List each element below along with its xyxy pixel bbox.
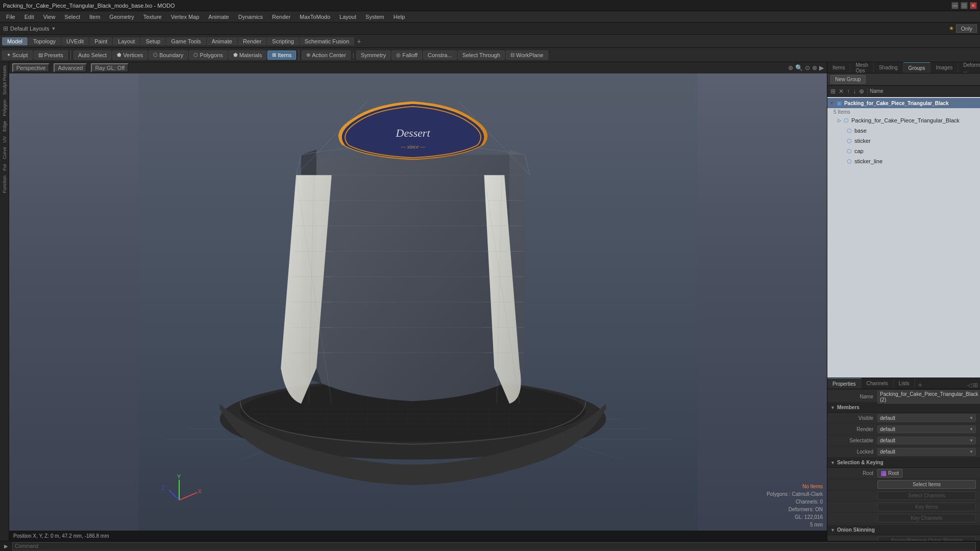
tab-uvedit[interactable]: UVEdit bbox=[61, 37, 89, 45]
tab-channels[interactable]: Channels bbox=[862, 378, 894, 389]
sidebar-edge[interactable]: Edge bbox=[1, 119, 8, 134]
menu-select[interactable]: Select bbox=[60, 13, 84, 21]
tab-model[interactable]: Model bbox=[2, 37, 28, 45]
only-button[interactable]: Only bbox=[956, 24, 977, 33]
menu-edit[interactable]: Edit bbox=[20, 13, 38, 21]
tab-paint[interactable]: Paint bbox=[89, 37, 112, 45]
sculpt-button[interactable]: ✦ Sculpt bbox=[2, 51, 33, 60]
key-items-button[interactable]: Key Items bbox=[877, 503, 976, 511]
close-button[interactable]: ✕ bbox=[970, 2, 977, 9]
new-group-button[interactable]: New Group bbox=[830, 75, 866, 84]
tree-root-group[interactable]: ▼ ▣ Packing_for_Cake_Piece_Triangular_Bl… bbox=[827, 98, 980, 108]
visible-dropdown[interactable]: default ▼ bbox=[877, 414, 976, 422]
menu-maxtomodo[interactable]: MaxToModo bbox=[296, 13, 334, 21]
perspective-button[interactable]: Perspective bbox=[12, 63, 50, 72]
symmetry-button[interactable]: Symmetry bbox=[356, 51, 391, 60]
name-value[interactable]: Packing_for_Cake_Piece_Triangular_Black … bbox=[877, 390, 980, 404]
menu-texture[interactable]: Texture bbox=[139, 13, 166, 21]
bp-icon-grid[interactable]: ⊞ bbox=[973, 382, 978, 389]
tab-items[interactable]: Items bbox=[827, 62, 850, 73]
sidebar-sculpt-presets[interactable]: Sculpt Presets bbox=[1, 63, 8, 97]
group-icon-add[interactable]: ⊞ bbox=[829, 87, 837, 96]
select-through-button[interactable]: Select Through bbox=[458, 51, 505, 60]
presets-button[interactable]: ▤ Presets bbox=[34, 51, 68, 60]
auto-select-button[interactable]: Auto Select bbox=[74, 51, 111, 60]
tab-setup[interactable]: Setup bbox=[140, 37, 165, 45]
menu-animate[interactable]: Animate bbox=[204, 13, 233, 21]
tab-game-tools[interactable]: Game Tools bbox=[166, 37, 206, 45]
workplane-button[interactable]: ⊟ WorkPlane bbox=[506, 51, 548, 60]
render-dropdown[interactable]: default ▼ bbox=[877, 425, 976, 433]
sidebar-function[interactable]: Function bbox=[1, 173, 8, 195]
tab-shading[interactable]: Shading bbox=[874, 62, 903, 73]
menu-geometry[interactable]: Geometry bbox=[105, 13, 138, 21]
tab-schematic-fusion[interactable]: Schematic Fusion bbox=[300, 37, 354, 45]
viewport-icon-4[interactable]: ⊗ bbox=[812, 64, 817, 71]
menu-dynamics[interactable]: Dynamics bbox=[234, 13, 267, 21]
falloff-button[interactable]: ◎ Falloff bbox=[391, 51, 422, 60]
tab-scripting[interactable]: Scripting bbox=[267, 37, 299, 45]
tab-images[interactable]: Images bbox=[930, 62, 958, 73]
tree-item-packing[interactable]: ▷ ⬡ Packing_for_Cake_Piece_Triangular_Bl… bbox=[827, 115, 980, 126]
tab-animate[interactable]: Animate bbox=[207, 37, 237, 45]
bottom-arrow-icon[interactable]: ▶ bbox=[4, 543, 8, 549]
tab-groups[interactable]: Groups bbox=[903, 62, 931, 73]
viewport-area[interactable]: Perspective Advanced Ray GL: Off ⊕ 🔍 ⊙ ⊗… bbox=[9, 62, 827, 541]
menu-render[interactable]: Render bbox=[268, 13, 295, 21]
select-channels-button[interactable]: Select Channels bbox=[877, 491, 976, 500]
assign-remove-onion-button[interactable]: Assign/Remove Onion Skinning bbox=[877, 536, 976, 541]
add-tab-button[interactable]: + bbox=[355, 37, 363, 45]
minimize-button[interactable]: — bbox=[951, 2, 959, 9]
viewport-icon-1[interactable]: ⊕ bbox=[788, 64, 793, 71]
bp-icon-back[interactable]: ◁ bbox=[967, 382, 972, 389]
tab-properties[interactable]: Properties bbox=[827, 378, 862, 389]
sidebar-curve[interactable]: Curve bbox=[1, 145, 8, 161]
tab-lists[interactable]: Lists bbox=[894, 378, 915, 389]
tree-item-sticker-line[interactable]: ⬡ sticker_line bbox=[827, 156, 980, 166]
menu-help[interactable]: Help bbox=[389, 13, 409, 21]
tab-mesh-ops[interactable]: Mesh Ops bbox=[850, 62, 873, 73]
vertices-button[interactable]: ⬟ Vertices bbox=[112, 51, 148, 60]
groups-tree[interactable]: ▼ ▣ Packing_for_Cake_Piece_Triangular_Bl… bbox=[827, 97, 980, 378]
advanced-button[interactable]: Advanced bbox=[54, 63, 87, 72]
tab-render[interactable]: Render bbox=[238, 37, 266, 45]
group-icon-down[interactable]: ↓ bbox=[852, 87, 857, 96]
menu-view[interactable]: View bbox=[39, 13, 60, 21]
sidebar-polygon[interactable]: Polygon bbox=[1, 97, 8, 118]
onion-skinning-header[interactable]: ▼ Onion Skinning bbox=[827, 525, 980, 535]
group-icon-up[interactable]: ↑ bbox=[846, 87, 851, 96]
tree-item-sticker[interactable]: ⬡ sticker bbox=[827, 136, 980, 146]
action-center-button[interactable]: ⊕ Action Center bbox=[302, 51, 351, 60]
layout-dropdown[interactable]: Default Layouts bbox=[10, 26, 49, 32]
key-channels-button[interactable]: Key Channels bbox=[877, 514, 976, 522]
tree-item-base[interactable]: ⬡ base bbox=[827, 126, 980, 136]
group-icon-remove[interactable]: ✕ bbox=[838, 87, 845, 96]
locked-dropdown[interactable]: default ▼ bbox=[877, 448, 976, 456]
tab-deform[interactable]: Deform ... bbox=[958, 62, 980, 73]
group-icon-expand[interactable]: ⊕ bbox=[858, 87, 865, 96]
sidebar-uv[interactable]: UV bbox=[1, 134, 8, 145]
command-input[interactable]: Command bbox=[12, 542, 976, 550]
menu-layout[interactable]: Layout bbox=[335, 13, 360, 21]
materials-button[interactable]: ⬟ Materials bbox=[229, 51, 267, 60]
menu-system[interactable]: System bbox=[361, 13, 388, 21]
viewport-icon-5[interactable]: ▶ bbox=[819, 64, 824, 71]
tab-layout[interactable]: Layout bbox=[113, 37, 140, 45]
constraint-button[interactable]: Constra... bbox=[423, 51, 457, 60]
menu-vertex-map[interactable]: Vertex Map bbox=[167, 13, 204, 21]
members-section-header[interactable]: ▼ Members bbox=[827, 403, 980, 413]
add-tab-plus[interactable]: + bbox=[915, 381, 925, 389]
viewport-icon-3[interactable]: ⊙ bbox=[805, 64, 810, 71]
viewport-icon-2[interactable]: 🔍 bbox=[795, 64, 803, 71]
sidebar-fur[interactable]: Fur bbox=[1, 162, 8, 173]
root-button[interactable]: Root bbox=[877, 469, 902, 478]
select-items-button[interactable]: Select Items bbox=[877, 480, 976, 489]
menu-file[interactable]: File bbox=[2, 13, 19, 21]
boundary-button[interactable]: ⬡ Boundary bbox=[149, 51, 188, 60]
tab-topology[interactable]: Topology bbox=[28, 37, 61, 45]
ray-gl-button[interactable]: Ray GL: Off bbox=[91, 63, 129, 72]
tree-item-cap[interactable]: ⬡ cap bbox=[827, 146, 980, 156]
selection-keying-header[interactable]: ▼ Selection & Keying bbox=[827, 458, 980, 468]
selectable-dropdown[interactable]: default ▼ bbox=[877, 437, 976, 444]
polygons-button[interactable]: ⬡ Polygons bbox=[189, 51, 227, 60]
